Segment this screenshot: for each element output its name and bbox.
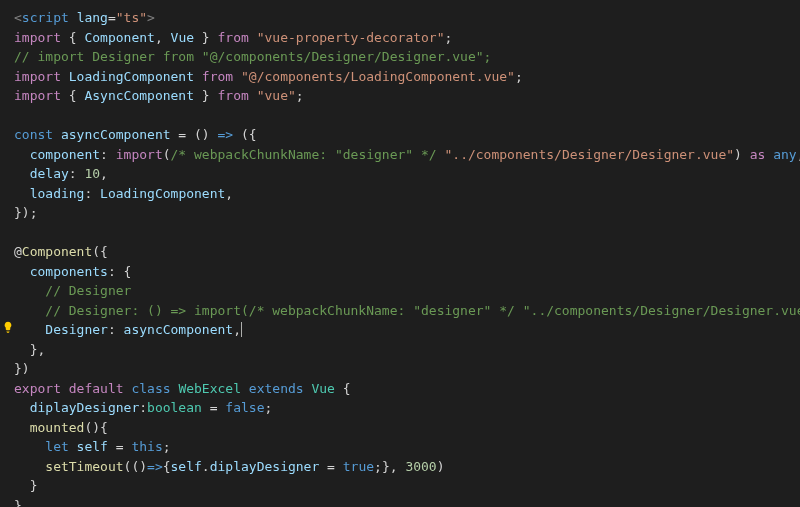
code-line[interactable]: }: [0, 476, 800, 496]
keyword-export: export: [14, 381, 61, 396]
code-editor[interactable]: <script lang="ts"> import { Component, V…: [0, 8, 800, 507]
class-name: WebExcel: [171, 381, 241, 396]
decorator: Component: [22, 244, 92, 259]
code-line[interactable]: }): [0, 359, 800, 379]
code-line[interactable]: [0, 106, 800, 126]
code-line[interactable]: [0, 223, 800, 243]
code-line[interactable]: setTimeout(()=>{self.diplayDesigner = tr…: [0, 457, 800, 477]
code-line[interactable]: // Designer: [0, 281, 800, 301]
code-line[interactable]: import { Component, Vue } from "vue-prop…: [0, 28, 800, 48]
keyword-const: const: [14, 127, 53, 142]
code-line[interactable]: let self = this;: [0, 437, 800, 457]
attr-value: "ts": [116, 10, 147, 25]
tag-name: script: [22, 10, 69, 25]
comment: // Designer: [14, 283, 131, 298]
code-line[interactable]: loading: LoadingComponent,: [0, 184, 800, 204]
keyword-import: import: [14, 30, 61, 45]
code-line[interactable]: const asyncComponent = () => ({: [0, 125, 800, 145]
code-line[interactable]: // Designer: () => import(/* webpackChun…: [0, 301, 800, 321]
code-line[interactable]: mounted(){: [0, 418, 800, 438]
code-line[interactable]: delay: 10,: [0, 164, 800, 184]
code-line[interactable]: // import Designer from "@/components/De…: [0, 47, 800, 67]
code-line[interactable]: });: [0, 203, 800, 223]
code-line[interactable]: },: [0, 340, 800, 360]
code-line[interactable]: export default class WebExcel extends Vu…: [0, 379, 800, 399]
code-line[interactable]: Designer: asyncComponent,: [0, 320, 800, 340]
code-line[interactable]: @Component({: [0, 242, 800, 262]
string-literal: "vue-property-decorator": [249, 30, 445, 45]
number-literal: 10: [84, 166, 100, 181]
lightbulb-icon[interactable]: [2, 321, 14, 333]
code-line[interactable]: diplayDesigner:boolean = false;: [0, 398, 800, 418]
code-line[interactable]: components: {: [0, 262, 800, 282]
tag-open: <: [14, 10, 22, 25]
comment: /* webpackChunkName: "designer" */: [171, 147, 437, 162]
text-cursor: [241, 322, 242, 337]
method-name: mounted: [14, 420, 84, 435]
attr-name: lang: [77, 10, 108, 25]
code-line[interactable]: import { AsyncComponent } from "vue";: [0, 86, 800, 106]
code-line[interactable]: import LoadingComponent from "@/componen…: [0, 67, 800, 87]
code-line[interactable]: <script lang="ts">: [0, 8, 800, 28]
code-line[interactable]: }: [0, 496, 800, 508]
comment: // import Designer from "@/components/De…: [14, 49, 491, 64]
code-line[interactable]: component: import(/* webpackChunkName: "…: [0, 145, 800, 165]
comment: // Designer: () => import(/* webpackChun…: [14, 303, 800, 318]
